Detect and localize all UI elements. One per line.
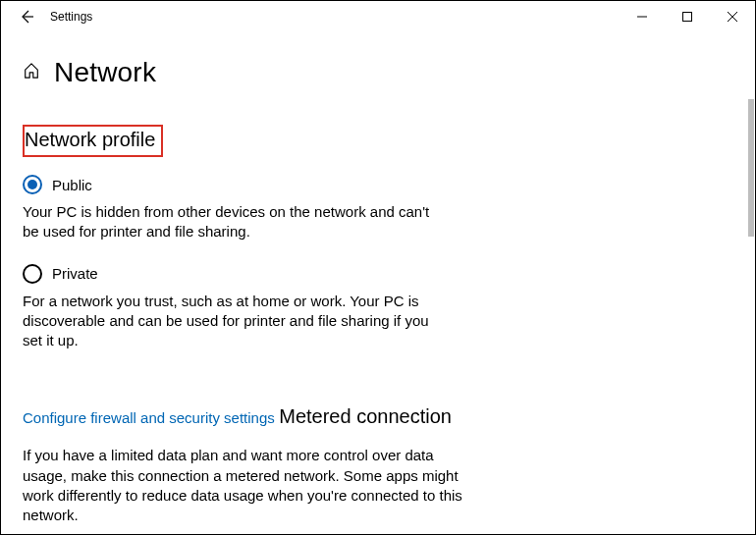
private-description: For a network you trust, such as at home… — [23, 292, 435, 351]
svg-rect-0 — [683, 13, 692, 22]
minimize-button[interactable] — [620, 1, 665, 32]
maximize-button[interactable] — [665, 1, 710, 32]
home-icon — [23, 62, 40, 80]
window-title: Settings — [50, 10, 92, 24]
configure-firewall-link[interactable]: Configure firewall and security settings — [23, 409, 275, 426]
radio-public[interactable]: Public — [23, 175, 733, 194]
arrow-left-icon — [19, 9, 34, 25]
radio-private[interactable]: Private — [23, 264, 733, 284]
metered-connection-heading: Metered connection — [279, 405, 452, 428]
network-profile-heading-highlight: Network profile — [23, 125, 163, 157]
maximize-icon — [682, 12, 692, 22]
page-header: Network — [1, 32, 755, 103]
page-title: Network — [54, 57, 156, 88]
content-area: Network profile Public Your PC is hidden… — [1, 103, 755, 535]
network-profile-heading: Network profile — [25, 129, 155, 151]
metered-description: If you have a limited data plan and want… — [23, 446, 474, 525]
back-button[interactable] — [11, 5, 42, 28]
home-button[interactable] — [23, 62, 40, 83]
scrollbar-thumb[interactable] — [748, 99, 754, 237]
close-icon — [728, 12, 737, 22]
radio-input-public[interactable] — [23, 175, 42, 194]
minimize-icon — [637, 12, 647, 22]
radio-label-private: Private — [52, 265, 98, 282]
titlebar: Settings — [1, 1, 755, 32]
window-controls — [620, 1, 755, 32]
close-button[interactable] — [710, 1, 755, 32]
radio-label-public: Public — [52, 177, 92, 193]
public-description: Your PC is hidden from other devices on … — [23, 202, 435, 242]
radio-input-private[interactable] — [23, 264, 42, 284]
